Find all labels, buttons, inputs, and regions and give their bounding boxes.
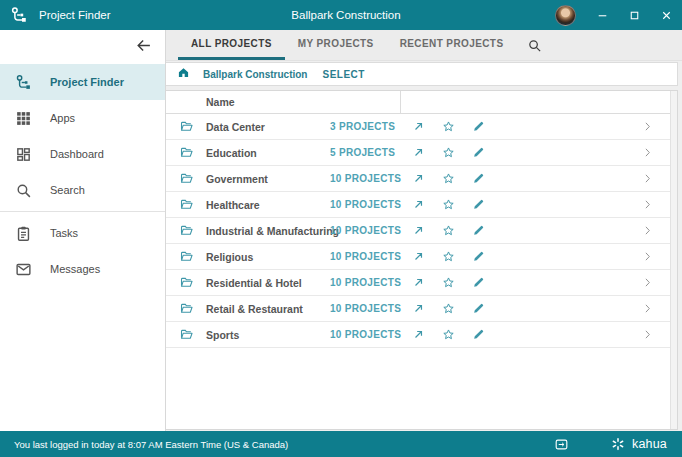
- sidebar-item-label: Tasks: [50, 227, 78, 239]
- home-icon: [177, 66, 190, 79]
- tab-bar: ALL PROJECTS MY PROJECTS RECENT PROJECTS: [166, 30, 682, 61]
- chevron-right-icon[interactable]: [642, 303, 653, 314]
- breadcrumb: Ballpark Construction SELECT: [166, 62, 678, 86]
- projects-count-link[interactable]: 10 PROJECTS: [330, 173, 412, 184]
- close-button[interactable]: [650, 0, 682, 30]
- chevron-right-icon[interactable]: [642, 147, 653, 158]
- edit-icon[interactable]: [472, 146, 502, 159]
- projects-count-link[interactable]: 10 PROJECTS: [330, 277, 412, 288]
- star-icon[interactable]: [442, 224, 472, 237]
- titlebar-app: Project Finder: [10, 6, 220, 24]
- edit-icon[interactable]: [472, 120, 502, 133]
- projects-count-link[interactable]: 5 PROJECTS: [330, 147, 412, 158]
- table-row[interactable]: Sports 10 PROJECTS: [166, 322, 677, 348]
- table-row[interactable]: Government 10 PROJECTS: [166, 166, 677, 192]
- sidebar-item-apps[interactable]: Apps: [0, 100, 165, 136]
- open-project-icon[interactable]: [412, 224, 442, 237]
- project-group-name: Education: [206, 147, 330, 159]
- collapse-sidebar-button[interactable]: [135, 37, 152, 58]
- star-icon[interactable]: [442, 328, 472, 341]
- open-project-icon[interactable]: [412, 250, 442, 263]
- sidebar-nav: Project Finder Apps Dashboard Search: [0, 64, 165, 287]
- maximize-button[interactable]: [618, 0, 650, 30]
- select-button[interactable]: SELECT: [322, 69, 364, 80]
- table-row[interactable]: Religious 10 PROJECTS: [166, 244, 677, 270]
- kahua-brand: kahua: [611, 437, 667, 451]
- chevron-right-icon[interactable]: [642, 329, 653, 340]
- table-row[interactable]: Retail & Restaurant 10 PROJECTS: [166, 296, 677, 322]
- star-icon[interactable]: [442, 250, 472, 263]
- sidebar-item-project-finder[interactable]: Project Finder: [0, 64, 165, 100]
- messages-icon: [15, 261, 32, 278]
- chevron-right-icon[interactable]: [642, 251, 653, 262]
- sidebar-item-dashboard[interactable]: Dashboard: [0, 136, 165, 172]
- open-project-icon[interactable]: [412, 120, 442, 133]
- table-row[interactable]: Residential & Hotel 10 PROJECTS: [166, 270, 677, 296]
- edit-icon[interactable]: [472, 250, 502, 263]
- folder-icon: [180, 302, 206, 315]
- open-project-icon[interactable]: [412, 198, 442, 211]
- star-icon[interactable]: [442, 198, 472, 211]
- folder-icon: [180, 250, 206, 263]
- projects-count-link[interactable]: 10 PROJECTS: [330, 251, 412, 262]
- folder-icon: [180, 328, 206, 341]
- projects-count-link[interactable]: 10 PROJECTS: [330, 225, 412, 236]
- user-avatar[interactable]: [555, 5, 576, 26]
- edit-icon[interactable]: [472, 224, 502, 237]
- edit-icon[interactable]: [472, 172, 502, 185]
- app-title: Project Finder: [39, 9, 111, 21]
- chevron-right-icon[interactable]: [642, 173, 653, 184]
- sidebar-item-label: Project Finder: [50, 76, 124, 88]
- close-icon: [660, 9, 673, 22]
- name-column-header[interactable]: Name: [166, 96, 235, 108]
- table-row[interactable]: Education 5 PROJECTS: [166, 140, 677, 166]
- chevron-right-icon[interactable]: [642, 121, 653, 132]
- sidebar-item-search[interactable]: Search: [0, 172, 165, 208]
- edit-icon[interactable]: [472, 198, 502, 211]
- tray-icon: [554, 437, 569, 452]
- projects-count-link[interactable]: 10 PROJECTS: [330, 329, 412, 340]
- edit-icon[interactable]: [472, 328, 502, 341]
- open-project-icon[interactable]: [412, 172, 442, 185]
- sidebar-item-messages[interactable]: Messages: [0, 251, 165, 287]
- minimize-button[interactable]: [586, 0, 618, 30]
- star-icon[interactable]: [442, 120, 472, 133]
- chevron-right-icon[interactable]: [642, 225, 653, 236]
- breadcrumb-context[interactable]: Ballpark Construction: [203, 69, 307, 80]
- maximize-icon: [628, 9, 641, 22]
- edit-icon[interactable]: [472, 302, 502, 315]
- context-title: Ballpark Construction: [220, 9, 472, 21]
- table-row[interactable]: Data Center 3 PROJECTS: [166, 114, 677, 140]
- open-project-icon[interactable]: [412, 276, 442, 289]
- vertical-scrollbar[interactable]: [670, 91, 677, 429]
- tab-all-projects[interactable]: ALL PROJECTS: [178, 30, 285, 60]
- open-project-icon[interactable]: [412, 146, 442, 159]
- titlebar: Project Finder Ballpark Construction: [0, 0, 682, 30]
- projects-count-link[interactable]: 10 PROJECTS: [330, 303, 412, 314]
- tab-search-button[interactable]: [516, 30, 553, 60]
- star-icon[interactable]: [442, 302, 472, 315]
- sidebar-item-label: Search: [50, 184, 85, 196]
- star-icon[interactable]: [442, 146, 472, 159]
- projects-count-link[interactable]: 3 PROJECTS: [330, 121, 412, 132]
- project-group-name: Government: [206, 173, 330, 185]
- projects-count-link[interactable]: 10 PROJECTS: [330, 199, 412, 210]
- star-icon[interactable]: [442, 172, 472, 185]
- table-header: Name: [166, 91, 677, 114]
- folder-icon: [180, 224, 206, 237]
- open-project-icon[interactable]: [412, 302, 442, 315]
- star-icon[interactable]: [442, 276, 472, 289]
- main-content: ALL PROJECTS MY PROJECTS RECENT PROJECTS…: [166, 30, 682, 431]
- table-row[interactable]: Industrial & Manufacturing 10 PROJECTS: [166, 218, 677, 244]
- sidebar-item-label: Apps: [50, 112, 75, 124]
- edit-icon[interactable]: [472, 276, 502, 289]
- chevron-right-icon[interactable]: [642, 199, 653, 210]
- chevron-right-icon[interactable]: [642, 277, 653, 288]
- home-button[interactable]: [177, 65, 190, 83]
- sidebar-item-tasks[interactable]: Tasks: [0, 215, 165, 251]
- tray-button[interactable]: [554, 437, 569, 452]
- tab-recent-projects[interactable]: RECENT PROJECTS: [387, 30, 517, 60]
- tab-my-projects[interactable]: MY PROJECTS: [285, 30, 387, 60]
- table-row[interactable]: Healthcare 10 PROJECTS: [166, 192, 677, 218]
- open-project-icon[interactable]: [412, 328, 442, 341]
